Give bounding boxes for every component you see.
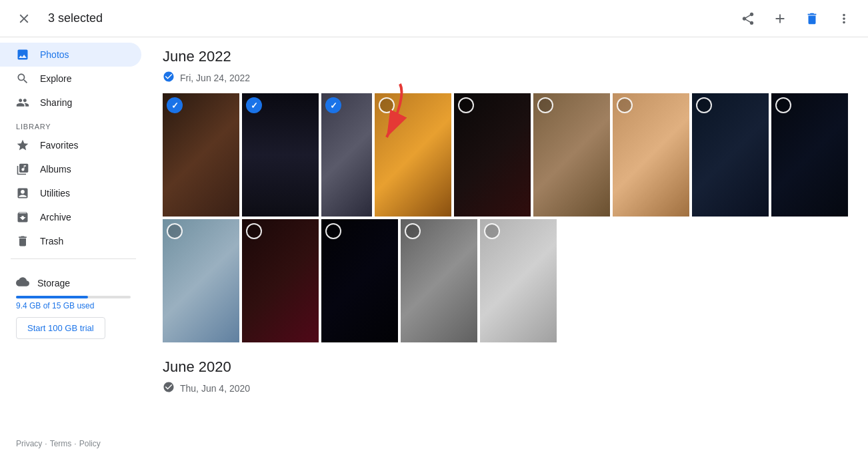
photo-item[interactable] bbox=[692, 93, 769, 217]
trial-button[interactable]: Start 100 GB trial bbox=[16, 317, 105, 339]
topbar-left: 3 selected bbox=[11, 5, 103, 32]
photos-icon bbox=[16, 48, 29, 61]
photo-select-14[interactable] bbox=[484, 223, 500, 239]
date-text-2022: Fri, Jun 24, 2022 bbox=[180, 73, 250, 83]
sidebar-item-photos[interactable]: Photos bbox=[0, 43, 141, 67]
photo-item[interactable] bbox=[375, 93, 451, 217]
date-row-2022: Fri, Jun 24, 2022 bbox=[163, 71, 852, 85]
more-button[interactable] bbox=[831, 5, 857, 32]
sidebar-item-archive[interactable]: Archive bbox=[0, 205, 141, 229]
photo-select-1[interactable] bbox=[167, 97, 183, 113]
sidebar-item-trash[interactable]: Trash bbox=[0, 229, 141, 253]
library-section-label: LIBRARY bbox=[0, 115, 147, 133]
selection-count: 3 selected bbox=[48, 11, 103, 25]
albums-icon bbox=[16, 163, 29, 176]
share-button[interactable] bbox=[735, 5, 761, 32]
photo-item[interactable] bbox=[480, 219, 557, 342]
sidebar-sharing-label: Sharing bbox=[40, 97, 72, 108]
section-title-2020: June 2020 bbox=[163, 358, 852, 376]
section-june-2022: June 2022 Fri, Jun 24, 2022 bbox=[163, 48, 852, 342]
explore-icon bbox=[16, 72, 29, 85]
check-circle-icon-2020 bbox=[163, 381, 175, 396]
photo-item[interactable] bbox=[321, 93, 372, 217]
storage-label: Storage bbox=[16, 275, 131, 290]
terms-link[interactable]: Terms bbox=[50, 439, 72, 448]
sidebar: Photos Explore Sharing LIBRARY bbox=[0, 37, 147, 459]
topbar-right bbox=[735, 5, 857, 32]
photo-grid-row2 bbox=[163, 219, 852, 342]
sharing-icon bbox=[16, 96, 29, 109]
sidebar-photos-label: Photos bbox=[40, 49, 69, 60]
delete-button[interactable] bbox=[799, 5, 825, 32]
layout: Photos Explore Sharing LIBRARY bbox=[0, 37, 868, 459]
storage-used-text: 9.4 GB of 15 GB used bbox=[16, 301, 131, 310]
archive-icon bbox=[16, 211, 29, 224]
sidebar-utilities-label: Utilities bbox=[40, 188, 70, 199]
topbar: 3 selected bbox=[0, 0, 868, 37]
photo-item[interactable] bbox=[401, 219, 477, 342]
date-text-2020: Thu, Jun 4, 2020 bbox=[180, 383, 250, 394]
photo-select-8[interactable] bbox=[696, 97, 712, 113]
section-june-2020: June 2020 Thu, Jun 4, 2020 bbox=[163, 358, 852, 396]
photo-item[interactable] bbox=[771, 93, 848, 217]
photo-select-4[interactable] bbox=[379, 97, 395, 113]
photo-item[interactable] bbox=[163, 93, 239, 217]
privacy-link[interactable]: Privacy bbox=[16, 439, 42, 448]
photo-item[interactable] bbox=[163, 219, 239, 342]
photo-select-5[interactable] bbox=[458, 97, 474, 113]
sidebar-archive-label: Archive bbox=[40, 212, 71, 223]
sidebar-trash-label: Trash bbox=[40, 236, 63, 246]
photo-item[interactable] bbox=[242, 219, 319, 342]
photo-select-6[interactable] bbox=[537, 97, 553, 113]
close-button[interactable] bbox=[11, 5, 37, 32]
photo-item[interactable] bbox=[533, 93, 610, 217]
sidebar-albums-label: Albums bbox=[40, 164, 71, 175]
storage-text: Storage bbox=[37, 278, 70, 288]
sidebar-item-sharing[interactable]: Sharing bbox=[0, 91, 141, 115]
add-button[interactable] bbox=[767, 5, 793, 32]
sidebar-item-favorites[interactable]: Favorites bbox=[0, 133, 141, 157]
sidebar-footer: Privacy · Terms · Policy bbox=[0, 434, 147, 454]
sidebar-explore-label: Explore bbox=[40, 73, 71, 84]
section-title-2022: June 2022 bbox=[163, 48, 852, 65]
main-content: June 2022 Fri, Jun 24, 2022 bbox=[147, 37, 868, 459]
divider bbox=[11, 258, 136, 259]
photo-item[interactable] bbox=[454, 93, 531, 217]
photo-select-9[interactable] bbox=[775, 97, 791, 113]
storage-section: Storage 9.4 GB of 15 GB used Start 100 G… bbox=[0, 264, 147, 350]
footer-links: Privacy · Terms · Policy bbox=[16, 439, 131, 448]
photo-grid-row1 bbox=[163, 93, 852, 217]
storage-cloud-icon bbox=[16, 275, 29, 290]
photo-select-10[interactable] bbox=[167, 223, 183, 239]
storage-bar-background bbox=[16, 296, 131, 298]
photo-select-11[interactable] bbox=[246, 223, 262, 239]
photo-select-7[interactable] bbox=[617, 97, 633, 113]
photo-item[interactable] bbox=[613, 93, 689, 217]
photo-item[interactable] bbox=[242, 93, 319, 217]
check-circle-icon bbox=[163, 71, 175, 85]
photo-select-12[interactable] bbox=[325, 223, 341, 239]
sidebar-item-utilities[interactable]: Utilities bbox=[0, 181, 141, 205]
trash-icon bbox=[16, 234, 29, 248]
photo-select-2[interactable] bbox=[246, 97, 262, 113]
sidebar-favorites-label: Favorites bbox=[40, 140, 79, 151]
policy-link[interactable]: Policy bbox=[79, 439, 101, 448]
photo-select-3[interactable] bbox=[325, 97, 341, 113]
utilities-icon bbox=[16, 187, 29, 200]
photo-item[interactable] bbox=[321, 219, 398, 342]
sidebar-item-albums[interactable]: Albums bbox=[0, 157, 141, 181]
favorites-icon bbox=[16, 139, 29, 152]
date-row-2020: Thu, Jun 4, 2020 bbox=[163, 381, 852, 396]
photo-select-13[interactable] bbox=[405, 223, 421, 239]
storage-bar-fill bbox=[16, 296, 88, 298]
sidebar-item-explore[interactable]: Explore bbox=[0, 67, 141, 91]
